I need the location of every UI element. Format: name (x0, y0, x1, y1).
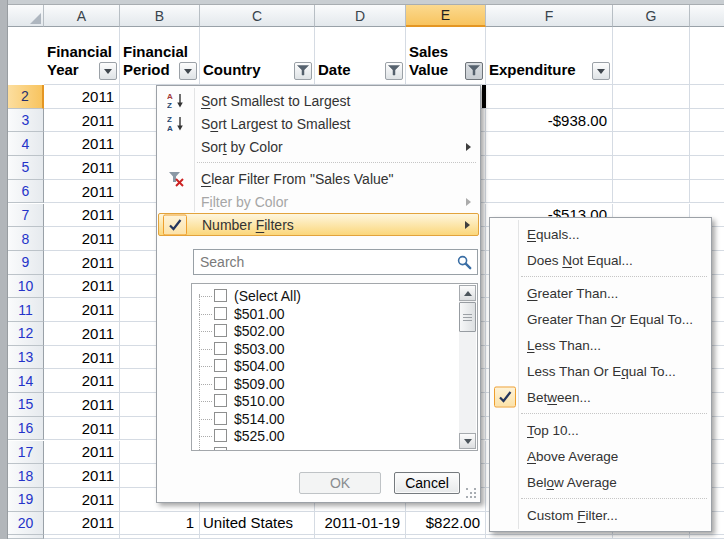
submenu-item-top-10[interactable]: Top 10... (491, 417, 710, 443)
cell-A4[interactable]: 2011 (44, 132, 120, 156)
cell-A6[interactable]: 2011 (44, 180, 120, 204)
row-header-17[interactable]: 17 (8, 441, 44, 465)
row-header-15[interactable]: 15 (8, 393, 44, 417)
row-header-2[interactable]: 2 (8, 85, 44, 109)
header-cell-F1[interactable]: Expenditure (486, 27, 613, 85)
submenu-item-less-than-or-equal-to[interactable]: Less Than Or Equal To... (491, 358, 710, 384)
cell-A20[interactable]: 2011 (44, 512, 120, 536)
filter-value-514-00[interactable]: $514.00 (192, 410, 457, 428)
row-header-21-partial[interactable] (8, 535, 44, 539)
row-header-13[interactable]: 13 (8, 346, 44, 370)
checkbox[interactable] (214, 324, 227, 337)
filter-button-date[interactable] (385, 62, 403, 80)
cell-F3[interactable]: -$938.00 (486, 109, 613, 133)
row-header-6[interactable]: 6 (8, 180, 44, 204)
submenu-item-greater-than-or-equal-to[interactable]: Greater Than Or Equal To... (491, 306, 710, 332)
cell-F21-partial[interactable] (486, 535, 613, 539)
row-header-12[interactable]: 12 (8, 322, 44, 346)
filter-value-504-00[interactable]: $504.00 (192, 357, 457, 375)
filter-button-financial-year[interactable] (99, 62, 117, 80)
filter-value-501-00[interactable]: $501.00 (192, 305, 457, 323)
checkbox[interactable] (214, 289, 227, 302)
submenu-item-less-than[interactable]: Less Than... (491, 332, 710, 358)
cell-A10[interactable]: 2011 (44, 275, 120, 299)
ok-button[interactable]: OK (299, 472, 381, 494)
cell-H2[interactable] (690, 85, 724, 109)
row-header-18[interactable]: 18 (8, 464, 44, 488)
cell-G3[interactable] (613, 109, 690, 133)
submenu-item-custom-filter[interactable]: Custom Filter... (491, 502, 710, 528)
select-all-corner[interactable] (8, 5, 44, 27)
cell-G4[interactable] (613, 132, 690, 156)
header-cell-E1[interactable]: SalesValue (406, 27, 486, 85)
submenu-item-below-average[interactable]: Below Average (491, 469, 710, 495)
scroll-down-button[interactable] (459, 433, 476, 449)
cell-A19[interactable]: 2011 (44, 488, 120, 512)
column-header-blank[interactable] (690, 5, 724, 27)
row-header-9[interactable]: 9 (8, 251, 44, 275)
checkbox[interactable] (214, 307, 227, 320)
column-header-A[interactable]: A (44, 5, 120, 27)
cell-E20[interactable]: $822.00 (406, 512, 486, 536)
submenu-item-greater-than[interactable]: Greater Than... (491, 280, 710, 306)
cell-A17[interactable]: 2011 (44, 441, 120, 465)
cell-H3[interactable] (690, 109, 724, 133)
header-cell-D1[interactable]: Date (315, 27, 406, 85)
submenu-item-does-not-equal[interactable]: Does Not Equal... (491, 247, 710, 273)
checkbox[interactable] (214, 412, 227, 425)
list-scrollbar[interactable] (459, 285, 476, 449)
filter-value-525-00[interactable]: $525.00 (192, 427, 457, 445)
cell-D20[interactable]: 2011-01-19 (315, 512, 406, 536)
filter-button-expenditure[interactable] (592, 62, 610, 80)
cell-D21-partial[interactable] (315, 535, 406, 539)
cell-F4[interactable] (486, 132, 613, 156)
cell-H21-partial[interactable] (690, 535, 724, 539)
cell-A5[interactable]: 2011 (44, 156, 120, 180)
cell-H6[interactable] (690, 180, 724, 204)
cell-F6[interactable] (486, 180, 613, 204)
filter-value-503-00[interactable]: $503.00 (192, 340, 457, 358)
menu-item-clear-filter-from-sales-value[interactable]: Clear Filter From "Sales Value" (158, 167, 479, 190)
cell-A8[interactable]: 2011 (44, 227, 120, 251)
filter-value-510-00[interactable]: $510.00 (192, 392, 457, 410)
filter-button-financial-period[interactable] (179, 62, 197, 80)
checkbox[interactable] (214, 394, 227, 407)
resize-grip-icon[interactable] (466, 488, 477, 499)
cell-G21-partial[interactable] (613, 535, 690, 539)
checkbox[interactable] (214, 377, 227, 390)
column-header-D[interactable]: D (315, 5, 406, 27)
cell-F5[interactable] (486, 156, 613, 180)
header-cell-B1[interactable]: FinancialPeriod (120, 27, 200, 85)
row-header-16[interactable]: 16 (8, 417, 44, 441)
cell-A14[interactable]: 2011 (44, 369, 120, 393)
cancel-button[interactable]: Cancel (394, 472, 460, 494)
cell-H4[interactable] (690, 132, 724, 156)
cell-G2[interactable] (613, 85, 690, 109)
cell-G5[interactable] (613, 156, 690, 180)
cell-A13[interactable]: 2011 (44, 346, 120, 370)
submenu-item-equals[interactable]: Equals... (491, 221, 710, 247)
column-header-E[interactable]: E (406, 5, 486, 27)
cell-A16[interactable]: 2011 (44, 417, 120, 441)
row-header-5[interactable]: 5 (8, 156, 44, 180)
menu-item-sort-largest-to-smallest[interactable]: ZASort Largest to Smallest (158, 112, 479, 135)
row-header-20[interactable]: 20 (8, 512, 44, 536)
header-cell-A1[interactable]: FinancialYear (44, 27, 120, 85)
search-input[interactable] (194, 250, 477, 274)
cell-A12[interactable]: 2011 (44, 322, 120, 346)
header-cell-H1[interactable] (690, 27, 724, 85)
filter-value-509-00[interactable]: $509.00 (192, 375, 457, 393)
checkbox[interactable] (214, 359, 227, 372)
filter-button-sales-value[interactable] (465, 62, 483, 80)
column-header-G[interactable]: G (613, 5, 690, 27)
cell-A7[interactable]: 2011 (44, 204, 120, 228)
header-cell-C1[interactable]: Country (200, 27, 315, 85)
cell-F2[interactable] (486, 85, 613, 109)
cell-E21-partial[interactable] (406, 535, 486, 539)
submenu-item-above-average[interactable]: Above Average (491, 443, 710, 469)
cell-A2[interactable]: 2011 (44, 85, 120, 109)
filter-value-502-00[interactable]: $502.00 (192, 322, 457, 340)
cell-A21-partial[interactable] (44, 535, 120, 539)
menu-item-number-filters[interactable]: Number Filters (158, 213, 479, 236)
row-header-19[interactable]: 19 (8, 488, 44, 512)
